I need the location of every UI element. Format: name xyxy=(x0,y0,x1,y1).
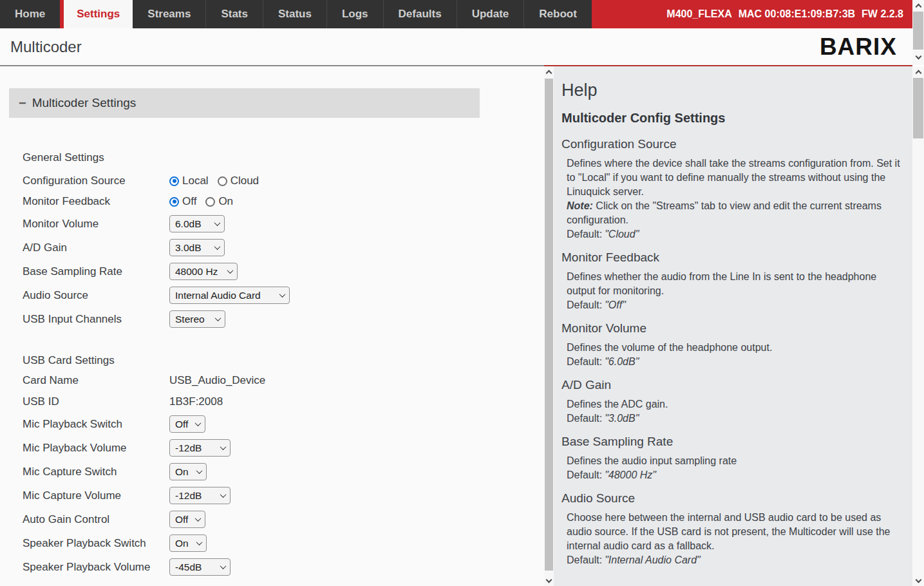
mic-capture-switch-select[interactable]: On xyxy=(169,463,207,480)
scroll-up-icon[interactable] xyxy=(544,66,554,77)
device-firmware: FW 2.2.8 xyxy=(862,8,903,20)
help-subtitle: Multicoder Config Settings xyxy=(561,111,903,126)
mic-capture-volume-select[interactable]: -12dB xyxy=(169,487,231,504)
help-section-monitor-volume: Monitor Volume Defines the volume of the… xyxy=(561,321,903,369)
radio-option-cloud[interactable]: Cloud xyxy=(218,175,259,187)
radio-checked-icon xyxy=(169,176,179,186)
tab-logs[interactable]: Logs xyxy=(326,0,383,28)
usb-input-channels-select[interactable]: Stereo xyxy=(169,310,225,328)
help-section-configuration-source: Configuration Source Defines where the d… xyxy=(561,137,903,241)
help-section-body: Defines where the device shall take the … xyxy=(561,156,903,241)
base-sampling-rate-select[interactable]: 48000 Hz xyxy=(169,263,238,280)
radio-unchecked-icon xyxy=(205,197,215,207)
top-nav: Home Settings Streams Stats Status Logs … xyxy=(0,0,912,28)
scroll-up-icon[interactable] xyxy=(912,66,924,77)
chevron-down-icon xyxy=(227,267,234,274)
help-section-body: Defines the audio input sampling rate De… xyxy=(561,454,903,482)
help-section-monitor-feedback: Monitor Feedback Defines whether the aud… xyxy=(561,250,903,312)
speaker-playback-switch-select[interactable]: On xyxy=(169,534,207,552)
tab-stats[interactable]: Stats xyxy=(205,0,263,28)
help-section-heading: Configuration Source xyxy=(561,137,903,151)
audio-source-select[interactable]: Internal Audio Card xyxy=(169,287,290,304)
form-row-usb-id: USB ID 1B3F:2008 xyxy=(0,391,544,412)
tab-defaults[interactable]: Defaults xyxy=(383,0,457,28)
card-name-value: USB_Audio_Device xyxy=(169,374,265,387)
chevron-down-icon xyxy=(196,539,203,545)
scrollbar-thumb[interactable] xyxy=(545,79,553,571)
barix-multicoder-page: Home Settings Streams Stats Status Logs … xyxy=(0,0,924,586)
field-label: USB Input Channels xyxy=(23,313,169,326)
settings-frame: − Multicoder Settings General Settings C… xyxy=(0,66,544,586)
section-title: Multicoder Settings xyxy=(32,96,137,110)
help-section-heading: Monitor Feedback xyxy=(561,250,903,265)
tab-settings[interactable]: Settings xyxy=(60,0,133,28)
chevron-down-icon xyxy=(220,491,227,498)
tab-status[interactable]: Status xyxy=(263,0,326,28)
radio-option-off[interactable]: Off xyxy=(169,195,196,208)
mic-playback-switch-select[interactable]: Off xyxy=(169,415,205,433)
default-value: "48000 Hz" xyxy=(605,469,656,480)
configuration-source-radios: Local Cloud xyxy=(169,175,259,187)
form-row-ad-gain: A/D Gain 3.0dB xyxy=(0,236,544,260)
scroll-up-icon[interactable] xyxy=(912,0,924,11)
form-row-speaker-playback-volume: Speaker Playback Volume -45dB xyxy=(0,555,544,579)
mic-playback-volume-select[interactable]: -12dB xyxy=(169,439,231,457)
form-row-mic-playback-volume: Mic Playback Volume -12dB xyxy=(0,436,544,460)
group-title-general: General Settings xyxy=(0,151,544,167)
field-label: Mic Capture Volume xyxy=(23,489,169,502)
tab-reboot[interactable]: Reboot xyxy=(523,0,592,28)
scrollbar-thumb[interactable] xyxy=(913,12,923,50)
settings-form: General Settings Configuration Source Lo… xyxy=(0,151,544,579)
chevron-down-icon xyxy=(195,515,202,522)
field-label: USB ID xyxy=(23,395,169,408)
form-row-mic-capture-switch: Mic Capture Switch On xyxy=(0,460,544,484)
note-label: Note: xyxy=(567,200,593,211)
chevron-down-icon xyxy=(220,563,227,569)
page-title: Multicoder xyxy=(10,38,82,56)
scroll-down-icon[interactable] xyxy=(912,575,924,586)
tab-update[interactable]: Update xyxy=(457,0,524,28)
default-value: "Off" xyxy=(605,299,626,310)
monitor-feedback-radios: Off On xyxy=(169,195,233,208)
form-row-base-sampling-rate: Base Sampling Rate 48000 Hz xyxy=(0,260,544,283)
chevron-down-icon xyxy=(214,243,221,250)
field-label: Configuration Source xyxy=(23,175,169,187)
chevron-down-icon xyxy=(196,468,203,474)
form-row-mic-capture-volume: Mic Capture Volume -12dB xyxy=(0,484,544,507)
default-value: "Cloud" xyxy=(605,229,639,240)
field-label: Mic Playback Switch xyxy=(23,418,169,431)
radio-option-on[interactable]: On xyxy=(205,195,233,208)
header-scrollbar[interactable] xyxy=(912,0,924,65)
group-title-usb-card: USB Card Settings xyxy=(0,350,544,366)
field-label: Mic Capture Switch xyxy=(23,466,169,478)
radio-option-local[interactable]: Local xyxy=(169,175,209,187)
scroll-down-icon[interactable] xyxy=(912,52,924,62)
default-value: "6.0dB" xyxy=(605,356,639,367)
ad-gain-select[interactable]: 3.0dB xyxy=(169,239,225,256)
field-label: Card Name xyxy=(23,374,169,387)
field-label: Monitor Feedback xyxy=(23,195,169,208)
tab-streams[interactable]: Streams xyxy=(133,0,205,28)
field-label: A/D Gain xyxy=(23,241,169,254)
settings-scrollbar[interactable] xyxy=(544,66,554,586)
speaker-playback-volume-select[interactable]: -45dB xyxy=(169,558,231,576)
collapse-icon: − xyxy=(19,96,26,111)
form-row-monitor-feedback: Monitor Feedback Off On xyxy=(0,191,544,212)
help-section-body: Choose here between the internal and USB… xyxy=(561,511,903,567)
help-section-base-sampling-rate: Base Sampling Rate Defines the audio inp… xyxy=(561,435,903,482)
multicoder-settings-toggle[interactable]: − Multicoder Settings xyxy=(9,88,480,118)
field-label: Monitor Volume xyxy=(23,218,169,231)
help-scrollbar[interactable] xyxy=(912,66,924,586)
field-label: Speaker Playback Switch xyxy=(23,537,169,550)
form-row-mic-playback-switch: Mic Playback Switch Off xyxy=(0,412,544,436)
form-row-audio-source: Audio Source Internal Audio Card xyxy=(0,283,544,307)
scrollbar-thumb[interactable] xyxy=(913,78,923,138)
chevron-down-icon xyxy=(214,220,221,226)
chevron-down-icon xyxy=(215,315,222,321)
monitor-volume-select[interactable]: 6.0dB xyxy=(169,215,225,232)
auto-gain-control-select[interactable]: Off xyxy=(169,511,205,528)
field-label: Auto Gain Control xyxy=(23,513,169,526)
title-row: Multicoder BARIX xyxy=(0,28,912,65)
tab-home[interactable]: Home xyxy=(0,0,60,28)
scroll-down-icon[interactable] xyxy=(544,575,554,586)
